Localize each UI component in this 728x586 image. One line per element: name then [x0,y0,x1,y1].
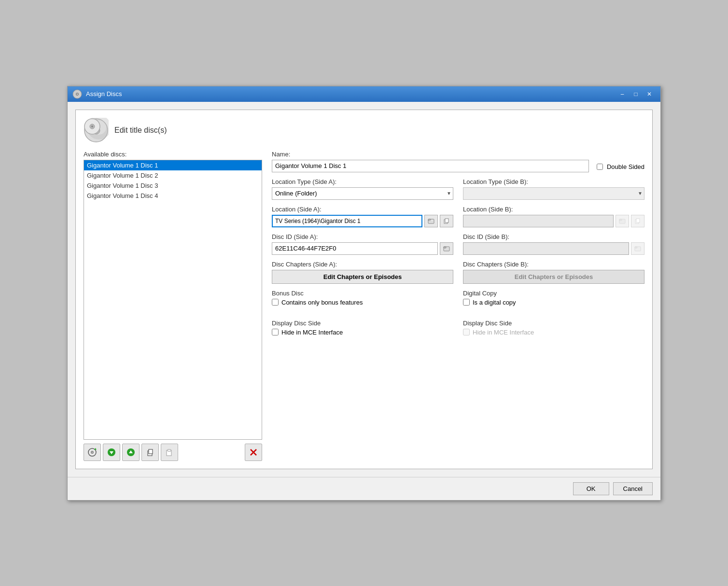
disc-list-item[interactable]: Gigantor Volume 1 Disc 4 [84,191,262,201]
hide-mce-b-checkbox[interactable] [463,329,470,335]
list-toolbar: + [84,444,262,461]
disc-list-item[interactable]: Gigantor Volume 1 Disc 1 [84,160,262,170]
disc-id-browse-icon [443,245,450,252]
svg-rect-33 [636,219,640,223]
hide-mce-b-row: Hide in MCE Interface [463,329,644,336]
right-panel: Name: Double Sided Location Type (Side A… [272,151,644,461]
paste-button[interactable] [161,444,178,461]
hide-mce-a-row: Hide in MCE Interface [272,329,453,336]
disc-id-b-input-row [463,242,644,255]
dialog-inner: Edit title disc(s) Available discs: Giga… [75,110,653,469]
main-content: Available discs: Gigantor Volume 1 Disc … [84,151,644,461]
assign-discs-window: Assign Discs – □ ✕ Edit [67,86,661,501]
disc-id-a-input[interactable] [272,242,438,255]
location-a-input[interactable] [272,215,422,227]
bonus-disc-checkbox-label: Contains only bonus features [281,299,363,306]
svg-rect-37 [635,247,637,248]
double-sided-label: Double Sided [607,163,644,170]
bonus-disc-checkbox[interactable] [272,299,279,306]
bonus-disc-section: Bonus Disc Contains only bonus features [272,290,453,306]
close-button[interactable]: ✕ [643,89,656,99]
move-down-button[interactable] [103,444,120,461]
move-down-icon [107,447,116,457]
browse-b-icon [619,218,626,224]
copy-b-icon [634,218,641,224]
available-discs-label: Available discs: [84,151,262,158]
digital-copy-checkbox-row: Is a digital copy [463,299,644,306]
bonus-disc-checkbox-row: Contains only bonus features [272,299,453,306]
disc-list[interactable]: Gigantor Volume 1 Disc 1 Gigantor Volume… [84,160,262,440]
location-a-input-row [272,215,453,227]
display-disc-a-section: Display Disc Side Hide in MCE Interface [272,320,453,336]
disc-list-item[interactable]: Gigantor Volume 1 Disc 2 [84,170,262,181]
edit-chapters-a-button[interactable]: Edit Chapters or Episodes [272,270,453,284]
disc-id-a-browse-button[interactable] [440,242,453,255]
header-title: Edit title disc(s) [114,126,167,135]
svg-rect-35 [444,247,446,248]
disc-chapters-b-label: Disc Chapters (Side B): [463,261,644,268]
delete-button[interactable] [245,444,262,461]
copy-button[interactable] [141,444,159,461]
svg-rect-27 [429,220,433,221]
move-up-button[interactable] [122,444,140,461]
location-type-a-select[interactable]: Online (Folder) [272,187,453,200]
location-type-b-select[interactable] [463,187,644,200]
disc-ids-row: Disc ID (Side A): [272,233,644,255]
svg-rect-29 [445,219,448,223]
title-bar-controls: – □ ✕ [616,89,656,99]
paste-icon [165,447,174,457]
disc-id-b-browse-button[interactable] [631,242,644,255]
dialog-footer: OK Cancel [68,477,660,500]
minimize-button[interactable]: – [616,89,629,99]
disc-id-b-label: Disc ID (Side B): [463,233,644,240]
location-b-input[interactable] [463,215,614,227]
disc-id-a-input-row [272,242,453,255]
disc-id-a-label: Disc ID (Side A): [272,233,453,240]
locations-row: Location (Side A): [272,206,644,227]
name-input[interactable] [272,160,589,172]
location-b-copy-button[interactable] [631,215,644,227]
disc-chapters-b-group: Disc Chapters (Side B): Edit Chapters or… [463,261,644,284]
ok-button[interactable]: OK [573,482,609,495]
disc-id-b-browse-icon [634,245,641,252]
header-section: Edit title disc(s) [84,118,644,143]
bonus-digital-row: Bonus Disc Contains only bonus features … [272,290,644,314]
location-a-browse-button[interactable] [424,215,438,227]
cancel-button[interactable]: Cancel [613,482,653,495]
location-a-group: Location (Side A): [272,206,453,227]
hide-mce-b-label: Hide in MCE Interface [473,329,534,336]
svg-point-12 [92,452,93,453]
maximize-button[interactable]: □ [630,89,642,99]
digital-copy-section-label: Digital Copy [463,290,644,297]
name-label: Name: [272,151,589,158]
add-disc-icon: + [87,447,97,457]
location-type-b-label: Location Type (Side B): [463,178,644,185]
location-type-a-group: Location Type (Side A): Online (Folder) … [272,178,453,200]
disc-id-b-group: Disc ID (Side B): [463,233,644,255]
copy-icon [145,447,155,457]
digital-copy-checkbox[interactable] [463,299,470,306]
hide-mce-a-checkbox[interactable] [272,329,279,335]
display-disc-b-section: Display Disc Side Hide in MCE Interface [463,320,644,336]
disc-list-item[interactable]: Gigantor Volume 1 Disc 3 [84,181,262,191]
add-disc-button[interactable]: + [84,444,101,461]
svg-rect-31 [619,219,622,221]
location-a-copy-button[interactable] [440,215,453,227]
double-sided-checkbox[interactable] [597,164,603,170]
edit-chapters-b-button[interactable]: Edit Chapters or Episodes [463,270,644,284]
browse-icon [428,218,434,224]
disc-chapters-a-group: Disc Chapters (Side A): Edit Chapters or… [272,261,453,284]
move-up-icon [126,447,136,457]
location-b-browse-button[interactable] [616,215,629,227]
left-panel: Available discs: Gigantor Volume 1 Disc … [84,151,262,461]
svg-rect-22 [168,450,170,451]
location-type-a-label: Location Type (Side A): [272,178,453,185]
window-icon [72,89,82,99]
svg-text:+: + [94,447,97,452]
location-b-label: Location (Side B): [463,206,644,213]
title-bar: Assign Discs – □ ✕ [68,86,660,102]
double-sided-row: Double Sided [597,163,644,170]
location-b-input-row [463,215,644,227]
disc-id-b-input[interactable] [463,242,629,255]
disc-id-a-group: Disc ID (Side A): [272,233,453,255]
